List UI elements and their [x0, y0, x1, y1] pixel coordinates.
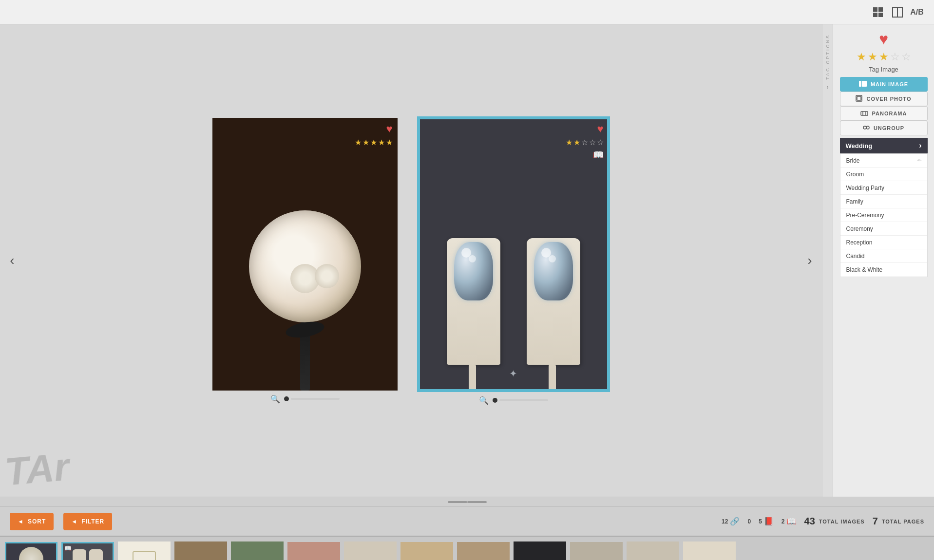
- right-heart-icon[interactable]: ♥: [597, 123, 603, 135]
- svg-rect-7: [862, 81, 867, 87]
- tag-options-vertical-label: TAG OPTIONS ›: [822, 24, 833, 497]
- ab-compare-icon[interactable]: A/B: [910, 5, 924, 19]
- prev-arrow[interactable]: ‹: [0, 24, 24, 497]
- thumb-8[interactable]: ☆☆☆☆☆ 🔗 ♥: [400, 542, 453, 560]
- category-pre-ceremony[interactable]: Pre-Ceremony: [840, 208, 927, 222]
- right-book-icon[interactable]: 📖: [593, 149, 604, 160]
- handle-bar-1: [448, 501, 467, 503]
- next-arrow[interactable]: ›: [798, 24, 822, 497]
- book-open-stat: 2 📖: [782, 517, 797, 526]
- panorama-icon: [860, 110, 868, 117]
- thumb-3[interactable]: ✉ ☆☆☆☆☆ 🔗 ♡: [118, 541, 171, 560]
- linked-stat: 12 🔗: [722, 517, 740, 526]
- bouquet-photo: [212, 118, 398, 391]
- thumb-9[interactable]: ☆☆☆☆☆ 🔗 ♥: [457, 542, 510, 560]
- cover-photo-label: COVER PHOTO: [866, 96, 911, 102]
- category-ceremony[interactable]: Ceremony: [840, 222, 927, 236]
- right-photo-container: ✦ ♥ ★★☆☆☆ 📖: [417, 116, 610, 392]
- main-area: ‹ ♥: [0, 24, 934, 497]
- grid-view-icon[interactable]: [871, 5, 885, 19]
- thumb-2[interactable]: 📖 ★★☆☆☆ 🔗 ♥: [61, 542, 114, 560]
- sidebar-heart-icon[interactable]: ♥: [879, 30, 888, 48]
- photos-area: ♥ ★★★★★ 🔍: [24, 24, 798, 497]
- thumb-10[interactable]: ☆☆☆☆☆ 🔗 ♥: [514, 541, 566, 560]
- svg-rect-6: [859, 81, 861, 87]
- thumb-6[interactable]: ☆☆☆☆☆ 🔗 ♡: [287, 542, 340, 560]
- panorama-label: PANORAMA: [872, 111, 907, 116]
- category-black-white[interactable]: Black & White: [840, 263, 927, 277]
- category-groom[interactable]: Groom: [840, 168, 927, 181]
- svg-rect-1: [878, 7, 883, 12]
- thumb-4[interactable]: ☆☆☆☆☆ 🔗 ♡: [174, 541, 227, 560]
- svg-rect-0: [873, 7, 877, 12]
- left-stars[interactable]: ★★★★★: [355, 138, 393, 147]
- svg-point-13: [863, 126, 866, 129]
- svg-rect-9: [857, 96, 861, 100]
- wedding-chevron-icon: ›: [919, 141, 921, 150]
- book-open-icon: 📖: [787, 517, 797, 526]
- total-pages-stat: 7 TOTAL PAGES: [873, 516, 924, 527]
- right-scroll-bar[interactable]: [499, 399, 548, 401]
- right-photo-overlay: ♥ ★★☆☆☆ 📖: [566, 123, 604, 160]
- right-photo-controls: 🔍: [479, 396, 548, 405]
- category-reception[interactable]: Reception: [840, 236, 927, 249]
- filter-button[interactable]: ◄ FILTER: [63, 513, 112, 530]
- thumb-11[interactable]: ☆☆☆☆☆ 🔗 ♡: [570, 542, 623, 560]
- sidebar-content: ♥ ★ ★ ★ ☆ ☆ Tag Image MAIN IMAGE: [833, 24, 934, 497]
- category-bride[interactable]: Bride ✏: [840, 154, 927, 168]
- sidebar-chevron[interactable]: ›: [827, 84, 829, 91]
- drag-handle-area[interactable]: [0, 497, 934, 506]
- right-zoom-icon[interactable]: 🔍: [479, 396, 489, 405]
- left-dot-active: [284, 396, 289, 401]
- svg-rect-10: [861, 112, 868, 115]
- wedding-category-header[interactable]: Wedding ›: [840, 138, 928, 153]
- right-stars[interactable]: ★★☆☆☆: [566, 138, 604, 147]
- left-zoom-icon[interactable]: 🔍: [270, 394, 280, 404]
- ungroup-icon: [863, 124, 870, 132]
- thumb-5[interactable]: ☆☆☆☆☆ 🔗 ♥: [231, 541, 284, 560]
- main-image-button[interactable]: MAIN IMAGE: [840, 77, 928, 92]
- main-image-icon: [859, 80, 867, 88]
- svg-rect-2: [873, 13, 877, 17]
- main-image-label: MAIN IMAGE: [871, 81, 908, 87]
- panorama-button[interactable]: PANORAMA: [840, 106, 928, 121]
- left-photo-overlay: ♥ ★★★★★: [355, 123, 393, 147]
- category-wedding-party[interactable]: Wedding Party: [840, 181, 927, 195]
- book-filled-icon: 📕: [764, 517, 774, 526]
- handle-bar-2: [467, 501, 487, 503]
- left-scroll-dots: [284, 396, 340, 401]
- svg-rect-3: [878, 13, 883, 17]
- right-sidebar: TAG OPTIONS › ♥ ★ ★ ★ ☆ ☆ Tag Image M: [822, 24, 934, 497]
- category-candid[interactable]: Candid: [840, 249, 927, 263]
- left-photo-container: ♥ ★★★★★: [212, 118, 398, 391]
- cover-photo-icon: [856, 95, 862, 103]
- book-filled-stat: 5 📕: [759, 517, 774, 526]
- bottom-bar: ◄ SORT ◄ FILTER 12 🔗 0 5 📕 2 📖 43 TOTAL …: [0, 506, 934, 536]
- ungroup-label: UNGROUP: [874, 125, 904, 131]
- thumbnail-strip: ★★★★★ 🔗 ♥ 📖 ★★☆☆☆ 🔗 ♥ ✉ ☆☆☆☆☆ 🔗: [0, 536, 934, 560]
- link-icon: 🔗: [730, 517, 740, 526]
- left-photo-panel: ♥ ★★★★★ 🔍: [203, 118, 407, 404]
- left-scroll-bar[interactable]: [291, 398, 340, 400]
- cover-photo-button[interactable]: COVER PHOTO: [840, 92, 928, 106]
- thumb-12[interactable]: ☆☆☆☆☆ 🔗 ♥: [627, 541, 679, 560]
- sort-button[interactable]: ◄ SORT: [10, 513, 54, 530]
- ungroup-button[interactable]: UNGROUP: [840, 121, 928, 135]
- left-photo-controls: 🔍: [270, 394, 340, 404]
- single-view-icon[interactable]: [890, 5, 905, 19]
- svg-point-14: [866, 126, 869, 129]
- unlinked-stat: 0: [747, 518, 751, 525]
- top-toolbar: A/B: [0, 0, 934, 24]
- thumb-13[interactable]: ☆☆☆☆☆ 🔗 ♡: [683, 541, 736, 560]
- thumb-7[interactable]: ☆☆☆☆☆ 🔗 ♡: [344, 541, 397, 560]
- right-scroll-dots: [493, 398, 548, 403]
- sidebar-stars[interactable]: ★ ★ ★ ☆ ☆: [857, 51, 911, 63]
- left-heart-icon[interactable]: ♥: [386, 123, 392, 135]
- thumb-1[interactable]: ★★★★★ 🔗 ♥: [5, 542, 57, 560]
- stats-area: 12 🔗 0 5 📕 2 📖 43 TOTAL IMAGES 7 TOTAL P…: [722, 516, 924, 527]
- category-family[interactable]: Family: [840, 195, 927, 208]
- right-dot-active: [493, 398, 497, 403]
- tag-image-label: Tag Image: [869, 66, 898, 73]
- right-photo-panel: ✦ ♥ ★★☆☆☆ 📖 🔍: [407, 116, 620, 405]
- bride-edit-icon[interactable]: ✏: [917, 158, 921, 163]
